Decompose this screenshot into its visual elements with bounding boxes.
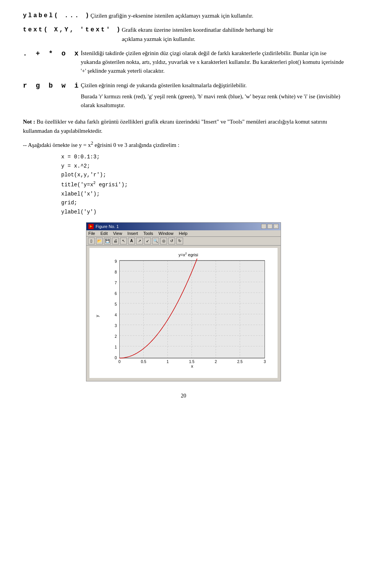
figure-toolbar: ▯ 📂 💾 🖨 ↖ A ↗ ↙ 🔍 ◎ ↺ ↻ (86, 237, 281, 246)
code-line-1: x = 0:0.1:3; (61, 153, 344, 162)
code-block: x = 0:0.1:3; y = x.^2; plot(x,y,'r'); ti… (61, 153, 344, 217)
svg-text:8: 8 (115, 270, 117, 274)
svg-text:6: 6 (115, 292, 117, 296)
plot-title-text: y=x2 egrisi (179, 252, 198, 257)
toolbar-btn-11[interactable]: ↺ (168, 238, 175, 244)
toolbar-btn-9[interactable]: 🔍 (152, 238, 159, 244)
svg-text:1.5: 1.5 (189, 360, 195, 364)
svg-text:4: 4 (115, 313, 117, 317)
text-desc-line2: açıklama yazmak için kullanılır. (122, 36, 195, 42)
menu-window[interactable]: Window (159, 231, 174, 236)
svg-text:0: 0 (115, 356, 117, 360)
color-chars: r g b w i (23, 81, 81, 90)
toolbar-btn-10[interactable]: ◎ (160, 238, 167, 244)
svg-rect-0 (120, 261, 265, 358)
note-section: Not : Bu özellikler ve daha farklı görün… (23, 117, 344, 135)
menu-view[interactable]: View (113, 231, 122, 236)
svg-text:9: 9 (115, 259, 117, 264)
menu-tools[interactable]: Tools (143, 231, 153, 236)
svg-text:2: 2 (215, 360, 217, 364)
page-content: ylabel( ... ) Çizilen grafiğin y-eksenin… (23, 11, 344, 399)
code-line-2: y = x.^2; (61, 162, 344, 171)
toolbar-btn-2[interactable]: 📂 (96, 238, 103, 244)
symbols-section: . + * o x İstenildiği takdirde çizilen e… (23, 49, 344, 76)
figure-icon: ▶ (88, 224, 94, 229)
menu-help[interactable]: Help (179, 231, 188, 236)
figure-titlebar: ▶ Figure No. 1 _ □ × (86, 223, 281, 230)
svg-text:3: 3 (264, 360, 266, 364)
figure-plot-area: y=x2 egrisi y (89, 248, 278, 378)
svg-text:x: x (191, 364, 193, 368)
colors-description: Çizilen eğrinin rengi de yukarıda göster… (81, 81, 344, 112)
colors-section: r g b w i Çizilen eğrinin rengi de yukar… (23, 81, 344, 112)
ylabel-description: Çizilen grafiğin y-eksenine istenilen aç… (91, 11, 344, 20)
svg-text:7: 7 (115, 281, 117, 285)
toolbar-btn-3[interactable]: 💾 (104, 238, 111, 244)
svg-text:5: 5 (115, 302, 117, 306)
maximize-button[interactable]: □ (267, 224, 273, 229)
svg-text:1: 1 (115, 345, 117, 349)
toolbar-btn-6[interactable]: A (128, 238, 135, 244)
titlebar-buttons[interactable]: _ □ × (261, 224, 279, 229)
page-number: 20 (23, 393, 344, 399)
colors-desc-line1: Çizilen eğrinin rengi de yukarıda göster… (81, 81, 344, 90)
toolbar-btn-7[interactable]: ↗ (136, 238, 143, 244)
example-intro-text: -- Aşağıdaki örnekte ise y = x (23, 142, 91, 148)
symbols-chars: . + * o x (23, 49, 81, 57)
svg-text:2: 2 (115, 334, 117, 339)
figure-menubar: File Edit View Insert Tools Window Help (86, 230, 281, 237)
svg-text:0: 0 (119, 360, 121, 364)
text-desc-line1: Grafik ekranı üzerine istenilen koordina… (122, 27, 273, 33)
code-line-5: xlabel('x'); (61, 190, 344, 199)
menu-edit[interactable]: Edit (101, 231, 108, 236)
text-section: text( X,Y, 'text' ) Grafik ekranı üzerin… (23, 26, 344, 44)
symbols-desc-text: İstenildiği takdirde çizilen eğrinin düz… (81, 50, 344, 74)
colors-desc-line2: Burada 'r' kırmızı renk (red), 'g' yeşil… (81, 92, 344, 110)
svg-text:3: 3 (115, 324, 117, 328)
titlebar-left: ▶ Figure No. 1 (88, 224, 119, 229)
ylabel-header: ylabel( ... ) (23, 11, 91, 19)
code-line-7: ylabel('y') (61, 208, 344, 217)
plot-title: y=x2 egrisi (103, 252, 274, 257)
minimize-button[interactable]: _ (261, 224, 266, 229)
toolbar-btn-5[interactable]: ↖ (120, 238, 127, 244)
example-intro: -- Aşağıdaki örnekte ise y = x2 eğrisini… (23, 139, 344, 150)
svg-text:0.5: 0.5 (141, 360, 146, 364)
figure-title: Figure No. 1 (96, 224, 119, 229)
code-line-3: plot(x,y,'r'); (61, 171, 344, 180)
symbols-description: İstenildiği takdirde çizilen eğrinin düz… (81, 49, 344, 76)
plot-svg: 0 1 2 3 4 5 6 7 8 9 0 0.5 1 1.5 2 (103, 259, 274, 368)
example-intro2: eğrisini 0 ve 3 aralığında çizdirelim : (93, 142, 179, 148)
svg-text:2.5: 2.5 (237, 360, 243, 364)
code-line-6: grid; (61, 199, 344, 208)
figure-window: ▶ Figure No. 1 _ □ × File Edit View Inse… (86, 222, 281, 381)
menu-insert[interactable]: Insert (127, 231, 138, 236)
code-line-4: title('y=x2 egrisi'); (61, 180, 344, 189)
text-description: Grafik ekranı üzerine istenilen koordina… (122, 26, 344, 44)
close-button[interactable]: × (273, 224, 279, 229)
svg-text:1: 1 (167, 360, 169, 364)
toolbar-btn-8[interactable]: ↙ (144, 238, 151, 244)
note-text: Bu özellikler ve daha farklı görüntü öze… (23, 119, 327, 134)
note-label: Not : (23, 119, 35, 125)
text-header: text( X,Y, 'text' ) (23, 26, 122, 33)
toolbar-btn-12[interactable]: ↻ (176, 238, 183, 244)
toolbar-btn-1[interactable]: ▯ (88, 238, 95, 244)
y-axis-label: y (95, 315, 99, 317)
menu-file[interactable]: File (88, 231, 95, 236)
ylabel-section: ylabel( ... ) Çizilen grafiğin y-eksenin… (23, 11, 344, 20)
toolbar-btn-4[interactable]: 🖨 (112, 238, 119, 244)
